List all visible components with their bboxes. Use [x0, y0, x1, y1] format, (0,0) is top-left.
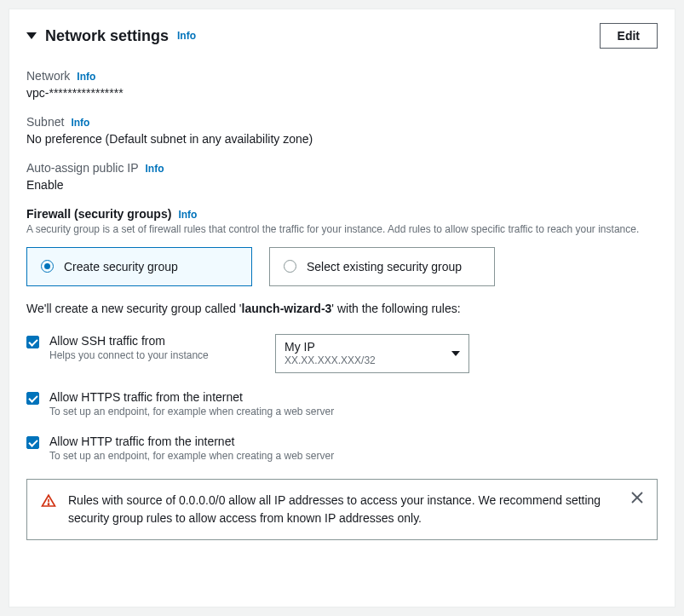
network-label: Network [26, 69, 70, 83]
info-link-subnet[interactable]: Info [71, 117, 89, 129]
create-sg-radio[interactable]: Create security group [26, 247, 252, 286]
https-checkbox[interactable] [26, 392, 39, 405]
select-sg-label: Select existing security group [307, 260, 462, 273]
create-sg-label: Create security group [64, 260, 178, 273]
radio-icon [41, 260, 54, 273]
network-field: Network Info vpc-**************** [26, 69, 658, 100]
sg-radio-group: Create security group Select existing se… [26, 247, 658, 286]
ssh-rule-row: Allow SSH traffic from Helps you connect… [26, 334, 658, 374]
network-value: vpc-**************** [26, 86, 658, 100]
select-sg-radio[interactable]: Select existing security group [269, 247, 495, 286]
firewall-title: Firewall (security groups) [26, 207, 171, 221]
svg-point-1 [48, 504, 49, 504]
alert-text: Rules with source of 0.0.0.0/0 allow all… [68, 492, 619, 527]
http-help: To set up an endpoint, for example when … [49, 450, 658, 462]
https-label: Allow HTTPS traffic from the internet [49, 390, 658, 404]
subnet-field: Subnet Info No preference (Default subne… [26, 115, 658, 146]
subnet-label: Subnet [26, 115, 64, 129]
http-checkbox[interactable] [26, 436, 39, 449]
sg-note: We'll create a new security group called… [26, 302, 658, 315]
info-link-public-ip[interactable]: Info [146, 163, 164, 175]
ssh-select-sub: XX.XX.XXX.XXX/32 [285, 354, 376, 367]
info-link-network[interactable]: Info [77, 71, 95, 83]
network-settings-panel: Network settings Info Edit Network Info … [9, 9, 675, 607]
sg-name: launch-wizard-3 [242, 302, 332, 315]
edit-button[interactable]: Edit [600, 23, 658, 49]
warning-triangle-icon [41, 493, 56, 509]
panel-title-wrap[interactable]: Network settings Info [26, 27, 196, 45]
ssh-label: Allow SSH traffic from [49, 334, 265, 348]
http-rule-row: Allow HTTP traffic from the internet To … [26, 435, 658, 462]
firewall-section: Firewall (security groups) Info A securi… [26, 207, 658, 540]
ssh-checkbox[interactable] [26, 336, 39, 348]
http-label: Allow HTTP traffic from the internet [49, 435, 658, 448]
close-icon[interactable] [631, 492, 643, 504]
ssh-help: Helps you connect to your instance [49, 349, 265, 361]
public-ip-label: Auto-assign public IP [26, 161, 139, 175]
https-rule-row: Allow HTTPS traffic from the internet To… [26, 390, 658, 417]
radio-icon [284, 260, 296, 273]
panel-header: Network settings Info Edit [26, 23, 658, 49]
info-link-firewall[interactable]: Info [178, 209, 197, 221]
security-warning-alert: Rules with source of 0.0.0.0/0 allow all… [26, 479, 658, 540]
panel-title: Network settings [45, 27, 169, 45]
info-link-header[interactable]: Info [177, 30, 196, 42]
firewall-desc: A security group is a set of firewall ru… [26, 222, 658, 237]
public-ip-value: Enable [26, 178, 658, 192]
public-ip-field: Auto-assign public IP Info Enable [26, 161, 658, 192]
ssh-source-select[interactable]: My IP XX.XX.XXX.XXX/32 [275, 334, 469, 374]
https-help: To set up an endpoint, for example when … [49, 406, 658, 417]
ssh-select-main: My IP [285, 340, 376, 355]
subnet-value: No preference (Default subnet in any ava… [26, 132, 658, 146]
caret-down-icon [26, 32, 37, 39]
chevron-down-icon [451, 351, 460, 356]
